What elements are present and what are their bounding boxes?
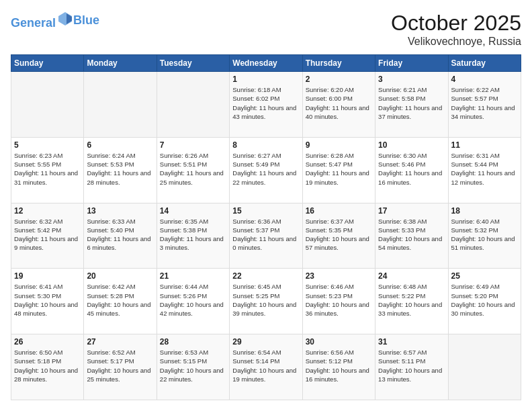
day-number: 10 xyxy=(378,140,445,150)
day-number: 15 xyxy=(232,206,299,216)
calendar-cell: 27Sunrise: 6:52 AM Sunset: 5:17 PM Dayli… xyxy=(84,334,157,400)
day-info: Sunrise: 6:52 AM Sunset: 5:17 PM Dayligh… xyxy=(87,348,153,383)
day-info: Sunrise: 6:54 AM Sunset: 5:14 PM Dayligh… xyxy=(232,348,299,383)
calendar-week-1: 1Sunrise: 6:18 AM Sunset: 6:02 PM Daylig… xyxy=(11,72,521,138)
col-saturday: Saturday xyxy=(448,55,521,72)
calendar-cell: 19Sunrise: 6:41 AM Sunset: 5:30 PM Dayli… xyxy=(11,269,84,334)
day-info: Sunrise: 6:45 AM Sunset: 5:25 PM Dayligh… xyxy=(232,282,299,318)
day-info: Sunrise: 6:27 AM Sunset: 5:49 PM Dayligh… xyxy=(232,151,299,187)
calendar-cell: 24Sunrise: 6:48 AM Sunset: 5:22 PM Dayli… xyxy=(375,269,448,334)
calendar-cell: 13Sunrise: 6:33 AM Sunset: 5:40 PM Dayli… xyxy=(84,203,157,269)
day-number: 6 xyxy=(87,140,153,150)
day-number: 11 xyxy=(451,140,518,150)
day-info: Sunrise: 6:21 AM Sunset: 5:58 PM Dayligh… xyxy=(378,85,445,121)
day-number: 5 xyxy=(14,140,81,150)
day-info: Sunrise: 6:50 AM Sunset: 5:18 PM Dayligh… xyxy=(14,348,81,383)
day-info: Sunrise: 6:24 AM Sunset: 5:53 PM Dayligh… xyxy=(87,151,153,187)
day-info: Sunrise: 6:42 AM Sunset: 5:28 PM Dayligh… xyxy=(87,282,153,318)
day-number: 14 xyxy=(160,206,226,216)
calendar-cell xyxy=(11,72,84,138)
day-number: 3 xyxy=(378,75,445,84)
day-number: 29 xyxy=(232,337,299,347)
day-info: Sunrise: 6:31 AM Sunset: 5:44 PM Dayligh… xyxy=(451,151,518,187)
col-tuesday: Tuesday xyxy=(157,55,229,72)
calendar-cell: 16Sunrise: 6:37 AM Sunset: 5:35 PM Dayli… xyxy=(302,203,375,269)
calendar-cell: 18Sunrise: 6:40 AM Sunset: 5:32 PM Dayli… xyxy=(448,203,521,269)
day-info: Sunrise: 6:22 AM Sunset: 5:57 PM Dayligh… xyxy=(451,85,518,121)
day-info: Sunrise: 6:41 AM Sunset: 5:30 PM Dayligh… xyxy=(14,282,81,318)
logo-text: General xyxy=(11,11,73,30)
day-number: 20 xyxy=(87,271,153,281)
calendar-cell: 9Sunrise: 6:28 AM Sunset: 5:47 PM Daylig… xyxy=(302,137,375,203)
calendar-cell xyxy=(448,334,521,400)
day-number: 4 xyxy=(451,75,518,84)
day-info: Sunrise: 6:36 AM Sunset: 5:37 PM Dayligh… xyxy=(232,217,299,253)
day-number: 30 xyxy=(306,337,372,347)
calendar-cell: 14Sunrise: 6:35 AM Sunset: 5:38 PM Dayli… xyxy=(157,203,229,269)
calendar-cell: 22Sunrise: 6:45 AM Sunset: 5:25 PM Dayli… xyxy=(230,269,302,334)
day-number: 23 xyxy=(306,271,372,281)
calendar-cell: 25Sunrise: 6:49 AM Sunset: 5:20 PM Dayli… xyxy=(448,269,521,334)
header: General Blue October 2025 Velikovechnoye… xyxy=(11,11,521,48)
calendar-cell xyxy=(84,72,157,138)
day-info: Sunrise: 6:23 AM Sunset: 5:55 PM Dayligh… xyxy=(14,151,81,187)
day-info: Sunrise: 6:32 AM Sunset: 5:42 PM Dayligh… xyxy=(14,217,81,253)
calendar-cell: 23Sunrise: 6:46 AM Sunset: 5:23 PM Dayli… xyxy=(302,269,375,334)
day-number: 19 xyxy=(14,271,81,281)
calendar-cell: 17Sunrise: 6:38 AM Sunset: 5:33 PM Dayli… xyxy=(375,203,448,269)
day-number: 24 xyxy=(378,271,445,281)
day-info: Sunrise: 6:38 AM Sunset: 5:33 PM Dayligh… xyxy=(378,217,445,253)
calendar-cell: 28Sunrise: 6:53 AM Sunset: 5:15 PM Dayli… xyxy=(157,334,229,400)
logo: General Blue xyxy=(11,11,99,30)
day-number: 9 xyxy=(306,140,372,150)
day-info: Sunrise: 6:49 AM Sunset: 5:20 PM Dayligh… xyxy=(451,282,518,318)
day-info: Sunrise: 6:57 AM Sunset: 5:11 PM Dayligh… xyxy=(378,348,445,383)
calendar-cell: 10Sunrise: 6:30 AM Sunset: 5:46 PM Dayli… xyxy=(375,137,448,203)
day-number: 13 xyxy=(87,206,153,216)
day-info: Sunrise: 6:18 AM Sunset: 6:02 PM Dayligh… xyxy=(232,85,299,121)
day-info: Sunrise: 6:46 AM Sunset: 5:23 PM Dayligh… xyxy=(306,282,372,318)
calendar-week-3: 12Sunrise: 6:32 AM Sunset: 5:42 PM Dayli… xyxy=(11,203,521,269)
calendar-cell: 5Sunrise: 6:23 AM Sunset: 5:55 PM Daylig… xyxy=(11,137,84,203)
calendar-table: Sunday Monday Tuesday Wednesday Thursday… xyxy=(11,54,521,400)
day-number: 12 xyxy=(14,206,81,216)
calendar-title: October 2025 xyxy=(391,11,521,36)
day-info: Sunrise: 6:44 AM Sunset: 5:26 PM Dayligh… xyxy=(160,282,226,318)
day-number: 22 xyxy=(232,271,299,281)
day-number: 18 xyxy=(451,206,518,216)
day-info: Sunrise: 6:33 AM Sunset: 5:40 PM Dayligh… xyxy=(87,217,153,253)
day-number: 26 xyxy=(14,337,81,347)
calendar-week-2: 5Sunrise: 6:23 AM Sunset: 5:55 PM Daylig… xyxy=(11,137,521,203)
col-wednesday: Wednesday xyxy=(230,55,302,72)
calendar-cell: 4Sunrise: 6:22 AM Sunset: 5:57 PM Daylig… xyxy=(448,72,521,138)
day-info: Sunrise: 6:20 AM Sunset: 6:00 PM Dayligh… xyxy=(306,85,372,121)
calendar-cell: 6Sunrise: 6:24 AM Sunset: 5:53 PM Daylig… xyxy=(84,137,157,203)
day-number: 31 xyxy=(378,337,445,347)
calendar-cell: 3Sunrise: 6:21 AM Sunset: 5:58 PM Daylig… xyxy=(375,72,448,138)
calendar-cell: 30Sunrise: 6:56 AM Sunset: 5:12 PM Dayli… xyxy=(302,334,375,400)
day-number: 21 xyxy=(160,271,226,281)
calendar-cell: 1Sunrise: 6:18 AM Sunset: 6:02 PM Daylig… xyxy=(230,72,302,138)
calendar-subtitle: Velikovechnoye, Russia xyxy=(391,36,521,48)
page: General Blue October 2025 Velikovechnoye… xyxy=(0,0,532,411)
calendar-week-4: 19Sunrise: 6:41 AM Sunset: 5:30 PM Dayli… xyxy=(11,269,521,334)
day-number: 2 xyxy=(306,75,372,84)
col-friday: Friday xyxy=(375,55,448,72)
calendar-cell: 31Sunrise: 6:57 AM Sunset: 5:11 PM Dayli… xyxy=(375,334,448,400)
day-info: Sunrise: 6:40 AM Sunset: 5:32 PM Dayligh… xyxy=(451,217,518,253)
calendar-cell: 15Sunrise: 6:36 AM Sunset: 5:37 PM Dayli… xyxy=(230,203,302,269)
calendar-cell: 20Sunrise: 6:42 AM Sunset: 5:28 PM Dayli… xyxy=(84,269,157,334)
day-info: Sunrise: 6:28 AM Sunset: 5:47 PM Dayligh… xyxy=(306,151,372,187)
calendar-cell: 11Sunrise: 6:31 AM Sunset: 5:44 PM Dayli… xyxy=(448,137,521,203)
calendar-cell: 29Sunrise: 6:54 AM Sunset: 5:14 PM Dayli… xyxy=(230,334,302,400)
day-number: 1 xyxy=(232,75,299,84)
logo-line2: Blue xyxy=(73,14,99,28)
calendar-cell: 2Sunrise: 6:20 AM Sunset: 6:00 PM Daylig… xyxy=(302,72,375,138)
logo-line1: General xyxy=(11,16,56,30)
day-number: 17 xyxy=(378,206,445,216)
calendar-cell xyxy=(157,72,229,138)
day-number: 28 xyxy=(160,337,226,347)
calendar-cell: 21Sunrise: 6:44 AM Sunset: 5:26 PM Dayli… xyxy=(157,269,229,334)
day-number: 7 xyxy=(160,140,226,150)
day-info: Sunrise: 6:26 AM Sunset: 5:51 PM Dayligh… xyxy=(160,151,226,187)
